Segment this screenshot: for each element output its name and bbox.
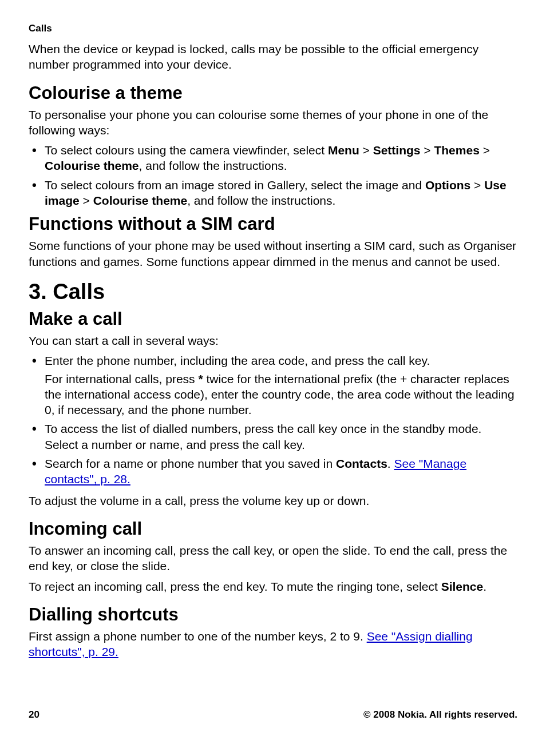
chapter-heading: 3. Calls: [29, 280, 517, 304]
list-item: To select colours from an image stored i…: [29, 177, 517, 209]
intro-paragraph: When the device or keypad is locked, cal…: [29, 41, 517, 73]
menu-label: Contacts: [336, 457, 387, 470]
list-item: To select colours using the camera viewf…: [29, 142, 517, 174]
incoming-para1: To answer an incoming call, press the ca…: [29, 543, 517, 574]
makecall-para2: To adjust the volume in a call, press th…: [29, 493, 517, 508]
text: , and follow the instructions.: [139, 159, 287, 172]
page-number: 20: [29, 709, 39, 721]
text: .: [483, 580, 486, 593]
heading-dialling: Dialling shortcuts: [29, 604, 517, 625]
list-item: Enter the phone number, including the ar…: [29, 353, 517, 417]
list-item: Search for a name or phone number that y…: [29, 456, 517, 487]
menu-label: Colourise theme: [93, 194, 188, 207]
separator: >: [359, 144, 373, 157]
makecall-para: You can start a call in several ways:: [29, 333, 517, 348]
colourise-list: To select colours using the camera viewf…: [29, 142, 517, 208]
makecall-list: Enter the phone number, including the ar…: [29, 353, 517, 487]
separator: >: [480, 144, 490, 157]
menu-label: Themes: [434, 144, 479, 157]
heading-functions: Functions without a SIM card: [29, 214, 517, 234]
heading-incoming: Incoming call: [29, 519, 517, 539]
menu-label: Silence: [441, 580, 484, 593]
list-item: To access the list of dialled numbers, p…: [29, 421, 517, 452]
heading-makecall: Make a call: [29, 309, 517, 329]
text: Enter the phone number, including the ar…: [45, 354, 430, 367]
text: First assign a phone number to one of th…: [29, 630, 367, 643]
menu-label: Menu: [328, 144, 359, 157]
colourise-para: To personalise your phone you can colour…: [29, 107, 517, 138]
functions-para: Some functions of your phone may be used…: [29, 238, 517, 269]
separator: >: [80, 194, 93, 207]
header-section-label: Calls: [29, 23, 517, 34]
text: To select colours using the camera viewf…: [45, 144, 328, 157]
key-label: *: [198, 372, 203, 385]
separator: >: [421, 144, 434, 157]
menu-label: Colourise theme: [45, 159, 139, 172]
text: , and follow the instructions.: [187, 194, 335, 207]
separator: >: [470, 178, 484, 192]
text: To select colours from an image stored i…: [45, 178, 425, 192]
menu-label: Settings: [373, 144, 421, 157]
page-footer: 20 © 2008 Nokia. All rights reserved.: [29, 709, 517, 721]
text: .: [387, 457, 394, 470]
dialling-para: First assign a phone number to one of th…: [29, 628, 517, 660]
incoming-para2: To reject an incoming call, press the en…: [29, 579, 517, 594]
heading-colourise: Colourise a theme: [29, 83, 517, 104]
text: To reject an incoming call, press the en…: [29, 580, 441, 593]
copyright-text: © 2008 Nokia. All rights reserved.: [363, 709, 517, 721]
text: Search for a name or phone number that y…: [45, 457, 336, 470]
menu-label: Options: [425, 178, 470, 192]
text: For international calls, press: [45, 372, 198, 385]
